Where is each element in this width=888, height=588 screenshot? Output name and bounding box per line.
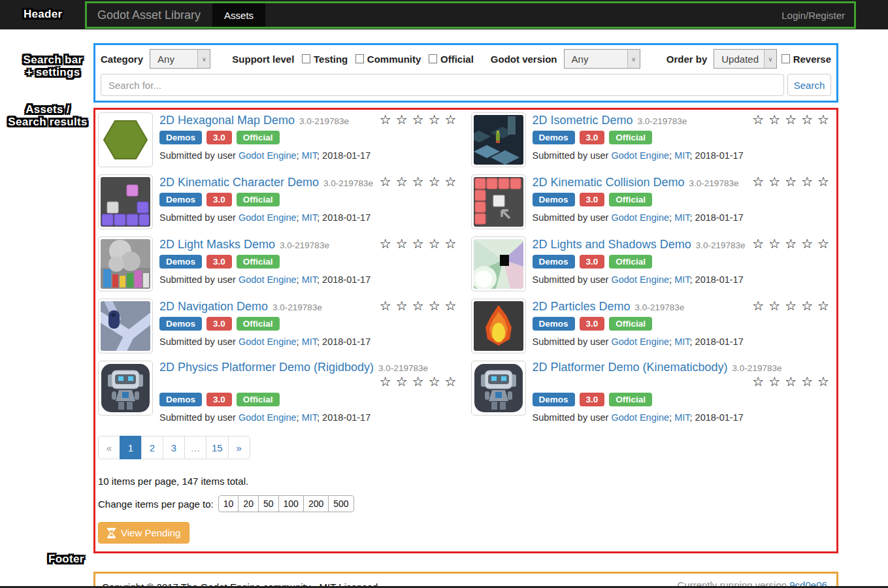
asset-thumbnail[interactable] bbox=[471, 299, 526, 353]
pagination-next[interactable]: » bbox=[228, 436, 250, 459]
site-title: Godot Asset Library bbox=[87, 3, 212, 27]
author-link[interactable]: Godot Engine bbox=[611, 150, 669, 161]
submitted-line: Submitted by user Godot Engine; MIT; 201… bbox=[159, 336, 461, 347]
license-link[interactable]: MIT bbox=[302, 274, 317, 285]
license-link[interactable]: MIT bbox=[674, 212, 689, 223]
per-page-200[interactable]: 200 bbox=[303, 495, 329, 512]
category-badge[interactable]: Demos bbox=[159, 131, 202, 144]
asset-card: 2D Navigation Demo3.0-219783e ☆☆☆☆☆ Demo… bbox=[97, 298, 461, 355]
asset-thumbnail[interactable] bbox=[98, 361, 153, 416]
asset-title-link[interactable]: 2D Kinematic Character Demo bbox=[159, 176, 319, 189]
asset-thumbnail[interactable] bbox=[98, 299, 153, 353]
asset-thumbnail[interactable] bbox=[471, 361, 526, 416]
license-link[interactable]: MIT bbox=[302, 212, 317, 223]
header-annotation-box: Godot Asset Library Assets Login/Registe… bbox=[85, 1, 856, 29]
pagination-prev[interactable]: « bbox=[98, 436, 120, 459]
asset-title-link[interactable]: 2D Hexagonal Map Demo bbox=[159, 114, 295, 127]
pagination-page-2[interactable]: 2 bbox=[141, 436, 163, 459]
view-pending-button[interactable]: View Pending bbox=[98, 522, 189, 544]
hexagon-grass-thumbnail-icon bbox=[101, 115, 150, 165]
category-badge[interactable]: Demos bbox=[159, 255, 202, 269]
asset-title-link[interactable]: 2D Kinematic Collision Demo bbox=[533, 176, 685, 189]
rating-stars: ☆☆☆☆☆ bbox=[752, 237, 834, 252]
pagination-page-1[interactable]: 1 bbox=[120, 436, 142, 459]
asset-title-link[interactable]: 2D Particles Demo bbox=[533, 300, 631, 313]
asset-thumbnail[interactable] bbox=[471, 112, 526, 167]
asset-title-link[interactable]: 2D Platformer Demo (Kinematicbody) bbox=[533, 361, 728, 374]
rating-stars: ☆☆☆☆☆ bbox=[752, 374, 834, 389]
author-link[interactable]: Godot Engine bbox=[611, 336, 669, 347]
license-link[interactable]: MIT bbox=[302, 336, 317, 347]
version-badge: 3.0 bbox=[206, 255, 232, 269]
category-badge[interactable]: Demos bbox=[159, 193, 202, 206]
tab-assets[interactable]: Assets bbox=[212, 3, 265, 27]
license-link[interactable]: MIT bbox=[674, 274, 689, 285]
support-badge: Official bbox=[609, 193, 652, 206]
asset-title-link[interactable]: 2D Isometric Demo bbox=[533, 114, 633, 127]
asset-card: 2D Kinematic Character Demo3.0-219783e ☆… bbox=[97, 174, 461, 231]
author-link[interactable]: Godot Engine bbox=[611, 412, 669, 423]
version-badge: 3.0 bbox=[206, 393, 232, 406]
asset-thumbnail[interactable] bbox=[98, 237, 153, 291]
reverse-checkbox[interactable] bbox=[781, 54, 790, 63]
per-page-20[interactable]: 20 bbox=[238, 495, 259, 512]
category-select[interactable]: Any ∨ bbox=[150, 49, 210, 69]
asset-card: 2D Physics Platformer Demo (Rigidbody)3.… bbox=[97, 360, 461, 423]
license-link[interactable]: MIT bbox=[674, 150, 689, 161]
asset-thumbnail[interactable] bbox=[98, 112, 153, 167]
per-page-50[interactable]: 50 bbox=[258, 495, 279, 512]
asset-version: 3.0-219783e bbox=[323, 178, 373, 188]
support-badge: Official bbox=[237, 131, 280, 144]
asset-card-grid: 2D Hexagonal Map Demo3.0-219783e ☆☆☆☆☆ D… bbox=[97, 112, 834, 423]
chevron-down-icon: ∨ bbox=[627, 50, 640, 68]
category-badge[interactable]: Demos bbox=[533, 255, 575, 269]
fire-particles-thumbnail-icon bbox=[474, 301, 523, 351]
asset-version: 3.0-219783e bbox=[635, 302, 685, 312]
asset-title-link[interactable]: 2D Navigation Demo bbox=[159, 300, 268, 313]
author-link[interactable]: Godot Engine bbox=[238, 274, 297, 285]
rating-stars: ☆☆☆☆☆ bbox=[380, 174, 461, 189]
search-button[interactable]: Search bbox=[787, 74, 831, 96]
per-page-10[interactable]: 10 bbox=[218, 495, 239, 512]
category-badge[interactable]: Demos bbox=[533, 131, 575, 144]
per-page-500[interactable]: 500 bbox=[328, 495, 354, 512]
asset-thumbnail[interactable] bbox=[471, 174, 526, 229]
testing-checkbox[interactable] bbox=[302, 54, 310, 63]
category-label: Category bbox=[101, 54, 143, 65]
pagination-page-15[interactable]: 15 bbox=[206, 436, 229, 459]
category-badge[interactable]: Demos bbox=[533, 393, 575, 406]
author-link[interactable]: Godot Engine bbox=[611, 274, 669, 285]
category-badge[interactable]: Demos bbox=[159, 393, 202, 406]
category-badge[interactable]: Demos bbox=[533, 317, 575, 331]
author-link[interactable]: Godot Engine bbox=[238, 212, 297, 223]
asset-title-link[interactable]: 2D Physics Platformer Demo (Rigidbody) bbox=[159, 361, 374, 374]
godot-version-select[interactable]: Any ∨ bbox=[564, 49, 640, 69]
isometric-dungeon-thumbnail-icon bbox=[474, 115, 523, 165]
community-checkbox[interactable] bbox=[355, 54, 364, 63]
submitted-line: Submitted by user Godot Engine; MIT; 201… bbox=[533, 274, 834, 285]
asset-thumbnail[interactable] bbox=[98, 174, 153, 229]
author-link[interactable]: Godot Engine bbox=[238, 336, 297, 347]
asset-title-link[interactable]: 2D Light Masks Demo bbox=[159, 238, 275, 251]
login-register-link[interactable]: Login/Register bbox=[781, 3, 854, 27]
asset-title-link[interactable]: 2D Lights and Shadows Demo bbox=[533, 238, 691, 251]
per-page-100[interactable]: 100 bbox=[278, 495, 304, 512]
license-link[interactable]: MIT bbox=[674, 336, 689, 347]
official-checkbox[interactable] bbox=[429, 54, 437, 63]
rating-stars: ☆☆☆☆☆ bbox=[752, 112, 834, 127]
license-link[interactable]: MIT bbox=[674, 412, 689, 423]
annotation-assets-label: Assets /Search results bbox=[5, 103, 90, 128]
author-link[interactable]: Godot Engine bbox=[238, 150, 297, 161]
author-link[interactable]: Godot Engine bbox=[238, 412, 297, 423]
license-link[interactable]: MIT bbox=[302, 412, 317, 423]
asset-thumbnail[interactable] bbox=[471, 237, 526, 291]
author-link[interactable]: Godot Engine bbox=[611, 212, 669, 223]
category-badge[interactable]: Demos bbox=[533, 193, 575, 206]
license-link[interactable]: MIT bbox=[302, 150, 317, 161]
order-by-select[interactable]: Updated ∨ bbox=[714, 49, 777, 69]
search-input[interactable] bbox=[101, 74, 784, 96]
pagination-page-3[interactable]: 3 bbox=[163, 436, 185, 459]
red-tiles-arrow-thumbnail-icon bbox=[474, 177, 523, 227]
version-badge: 3.0 bbox=[580, 193, 605, 206]
category-badge[interactable]: Demos bbox=[159, 317, 202, 331]
